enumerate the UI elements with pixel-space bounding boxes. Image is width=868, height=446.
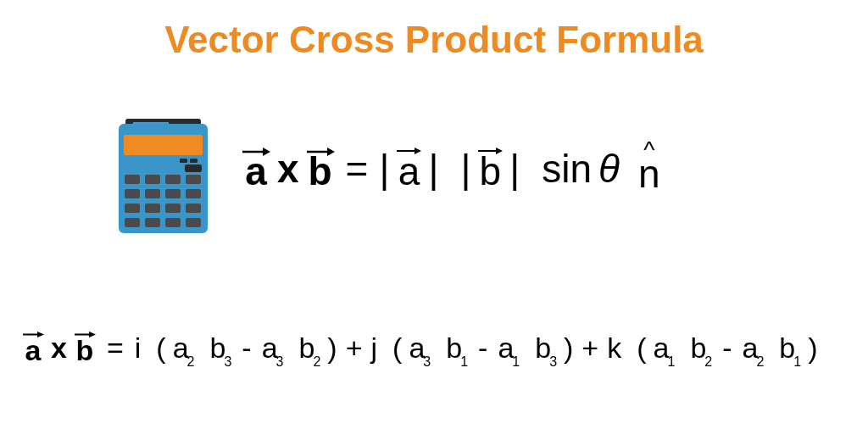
equals-sign: = — [342, 146, 373, 192]
sin-label: sin — [542, 146, 592, 192]
page-title: Vector Cross Product Formula — [0, 19, 868, 61]
abs-bar: | — [460, 146, 470, 192]
abs-bar: | — [509, 146, 520, 192]
lparen: ( — [156, 332, 165, 365]
theta: θ — [598, 146, 620, 192]
rparen: ) — [327, 332, 337, 365]
i-hat: i — [135, 332, 142, 365]
cross-symbol: x — [277, 146, 299, 192]
abs-bar: | — [379, 146, 389, 192]
k-hat: k — [607, 332, 621, 365]
vector-a-mag: a — [396, 147, 421, 191]
component-formula: a x b = i ( a2 b3 - a3 b2 ) + j ( a3 b1 … — [22, 331, 818, 365]
vector-a: a — [22, 331, 44, 365]
vector-a: a — [242, 147, 270, 191]
calculator-icon — [119, 119, 208, 233]
vector-b: b — [74, 331, 96, 365]
unit-n: ^ n — [638, 144, 660, 193]
formula-row-1: a x b = | a | | b | sin θ ^ n — [119, 119, 660, 233]
cross-symbol: x — [51, 332, 67, 365]
vector-b-mag: b — [477, 147, 503, 191]
vector-b: b — [306, 147, 335, 191]
equals-sign: = — [103, 332, 128, 365]
magnitude-formula: a x b = | a | | b | sin θ ^ n — [242, 119, 660, 193]
abs-bar: | — [428, 146, 438, 192]
j-hat: j — [371, 332, 378, 365]
